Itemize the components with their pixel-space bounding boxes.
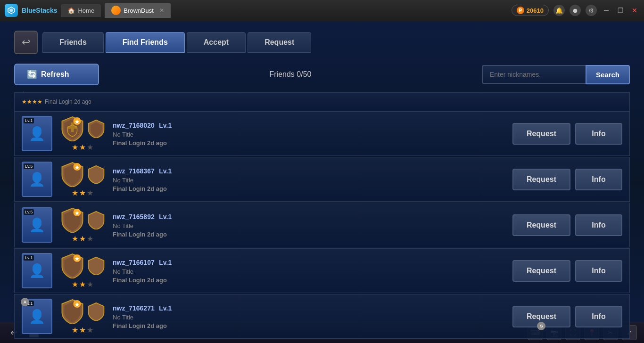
tab-find-friends[interactable]: Find Friends [106,32,185,53]
stars-row: ★ ★ ★ [72,234,93,243]
player-login: Final Login 2d ago [113,322,505,329]
shield-big-icon [59,253,85,278]
search-input[interactable] [482,65,586,84]
player-login: Final Login 2d ago [113,277,505,284]
avatar-level: Lv.1 [24,255,34,261]
bluestacks-logo [5,4,18,17]
svg-marker-1 [9,8,13,12]
game-tab-icon [111,6,121,15]
refresh-icon: 🔄 [27,69,37,80]
tab-accept[interactable]: Accept [187,32,246,53]
tab-request[interactable]: Request [248,32,311,53]
player-actions: Request Info [512,169,622,190]
notification-icon[interactable]: 🔔 [553,5,565,16]
search-button[interactable]: Search [586,65,630,84]
player-title: No Title [113,131,505,138]
badge-s: S [537,322,545,330]
player-title: No Title [113,177,505,184]
player-title: No Title [113,268,505,275]
info-button[interactable]: Info [575,169,622,190]
player-info: nwz_7168367 Lv.1 No Title Final Login 2d… [113,167,505,192]
player-actions: Request Info [512,260,622,282]
avatar-level: Lv.1 [24,118,34,123]
request-button[interactable]: Request [512,169,570,190]
player-list: 👤 Lv.1 [14,111,630,339]
player-row: 👤 Lv.5 [14,157,630,202]
shield-small-icon [87,211,106,229]
record-icon[interactable]: ⏺ [570,5,581,16]
close-tab-icon[interactable]: ✕ [159,7,164,14]
stars-row: ★ ★ ★ [72,280,93,289]
request-button[interactable]: Request [512,214,570,236]
game-ui: ↩ Friends Find Friends Accept Request 🔄 … [0,21,644,343]
toolbar: 🔄 Refresh Friends 0/50 Search [14,64,630,85]
player-info: nwz_7166107 Lv.1 No Title Final Login 2d… [113,258,505,284]
shield-small-icon [87,165,106,184]
player-name: nwz_7168367 Lv.1 [113,167,505,175]
player-row: 👤 Lv.5 [14,203,630,247]
refresh-button[interactable]: 🔄 Refresh [14,64,99,85]
coin-badge: P 20610 [512,5,549,16]
player-title: No Title [113,222,505,229]
avatar: 👤 Lv.5 [22,162,52,197]
avatar-level: Lv.5 [24,209,34,215]
badge-a: A [21,298,29,306]
player-actions: Request S Info [512,306,622,327]
back-icon: ↩ [22,36,30,49]
shields-area: ★ ★ ★ [59,115,106,152]
shield-small-icon [87,256,106,275]
request-button[interactable]: Request S [512,306,570,327]
minimize-button[interactable]: ─ [602,6,611,15]
player-actions: Request Info [512,214,622,236]
stars-row: ★ ★ ★ [72,326,93,335]
shields-area: ★ ★ ★ [59,298,106,335]
title-bar: BlueStacks 🏠 Home BrownDust ✕ P 20610 🔔 … [0,0,644,21]
player-name: nwz_7165892 Lv.1 [113,212,505,221]
shield-big-icon [59,298,85,324]
shield-big-icon [59,207,85,233]
player-info: nwz_7166271 Lv.1 No Title Final Login 2d… [113,304,505,329]
shield-big-icon [59,115,85,141]
title-bar-right: P 20610 🔔 ⏺ ⚙ ─ ❐ ✕ [512,5,639,16]
close-button[interactable]: ✕ [630,6,639,15]
info-button[interactable]: Info [575,123,622,145]
avatar: 👤 Lv.1 [22,116,52,151]
stars-row: ★ ★ ★ [72,188,93,197]
player-login: Final Login 2d ago [113,231,505,238]
player-row: 👤 Lv.1 [14,111,630,156]
player-login: Final Login 2d ago [113,139,505,147]
coin-icon: P [517,7,524,14]
shield-small-icon [87,119,106,138]
player-row: A 👤 Lv.1 [14,294,630,339]
stars-row: ★ ★ ★ [72,143,93,152]
player-login: Final Login 2d ago [113,185,505,192]
back-button[interactable]: ↩ [14,31,38,54]
request-button[interactable]: Request [512,123,570,145]
info-button[interactable]: Info [575,260,622,282]
player-row: 👤 Lv.1 [14,248,630,293]
tab-friends[interactable]: Friends [42,32,104,53]
shield-small-icon [87,302,106,321]
game-area: ↩ Friends Find Friends Accept Request 🔄 … [0,21,644,343]
player-info: nwz_7168020 Lv.1 No Title Final Login 2d… [113,121,505,147]
info-button[interactable]: Info [575,306,622,327]
brand-name: BlueStacks [22,7,57,14]
home-icon: 🏠 [67,7,75,14]
restore-button[interactable]: ❐ [616,6,625,15]
nav-tabs: ↩ Friends Find Friends Accept Request [14,31,630,54]
avatar-level: Lv.5 [24,163,34,169]
partial-player-row: ★★★★ Final Login 2d ago [14,92,630,111]
player-actions: Request Info [512,123,622,145]
home-tab[interactable]: 🏠 Home [61,4,101,17]
player-name: nwz_7166271 Lv.1 [113,304,505,312]
info-button[interactable]: Info [575,214,622,236]
player-name: nwz_7166107 Lv.1 [113,258,505,267]
request-button[interactable]: Request [512,260,570,282]
shield-big-icon [59,161,85,187]
player-info: nwz_7165892 Lv.1 No Title Final Login 2d… [113,212,505,238]
settings-icon[interactable]: ⚙ [586,5,597,16]
game-tab[interactable]: BrownDust ✕ [105,3,171,18]
search-area: Search [482,65,630,84]
shields-area: ★ ★ ★ [59,207,106,243]
title-bar-left: BlueStacks 🏠 Home BrownDust ✕ [5,3,171,18]
